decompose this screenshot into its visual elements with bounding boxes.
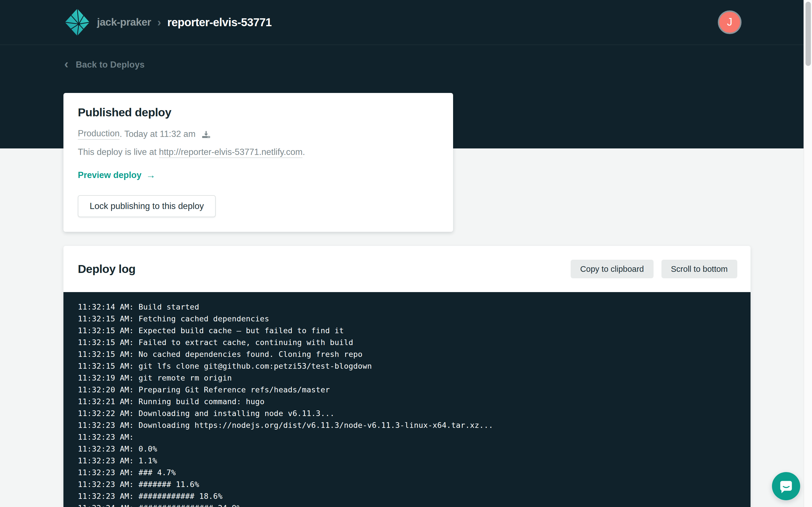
user-avatar[interactable]: J xyxy=(718,10,742,34)
log-line: 11:32:22 AM: Downloading and installing … xyxy=(78,407,739,419)
deploy-log-header: Deploy log Copy to clipboard Scroll to b… xyxy=(63,246,751,292)
preview-deploy-link[interactable]: Preview deploy → xyxy=(78,170,156,180)
log-line: 11:32:15 AM: git lfs clone git@github.co… xyxy=(78,360,739,372)
context-link[interactable]: Production xyxy=(78,128,119,140)
scroll-to-bottom-button[interactable]: Scroll to bottom xyxy=(661,260,737,278)
deploy-log-title: Deploy log xyxy=(78,263,563,276)
back-chevron-icon: ‹ xyxy=(64,58,68,70)
live-prefix: This deploy is live at xyxy=(78,147,159,157)
top-navigation: jack-praker › reporter-elvis-53771 J xyxy=(0,0,812,45)
deploy-meta-row: Production. Today at 11:32 am xyxy=(78,128,211,140)
breadcrumb-separator-icon: › xyxy=(157,16,161,29)
intercom-chat-icon xyxy=(779,479,794,494)
meta-text: . Today at 11:32 am xyxy=(119,129,195,139)
log-line: 11:32:19 AM: git remote rm origin xyxy=(78,372,739,384)
published-deploy-title: Published deploy xyxy=(78,106,171,119)
live-suffix: . xyxy=(303,147,305,157)
arrow-right-icon: → xyxy=(146,170,156,180)
back-to-deploys-link[interactable]: ‹ Back to Deploys xyxy=(64,59,812,71)
log-line: 11:32:23 AM: ####### 11.6% xyxy=(78,478,739,490)
deploy-log-card: Deploy log Copy to clipboard Scroll to b… xyxy=(63,246,751,507)
log-line: 11:32:24 AM: ################ 24.9% xyxy=(78,502,739,507)
page-scrollbar-thumb[interactable] xyxy=(806,2,811,66)
live-url-link[interactable]: http://reporter-elvis-53771.netlify.com xyxy=(159,147,303,158)
netlify-logo-icon[interactable] xyxy=(64,8,90,36)
preview-deploy-label: Preview deploy xyxy=(78,170,142,180)
log-line: 11:32:23 AM: ############ 18.6% xyxy=(78,490,739,502)
page-scrollbar-track[interactable] xyxy=(804,0,812,507)
breadcrumb-site: reporter-elvis-53771 xyxy=(167,16,271,29)
deploy-log-output[interactable]: 11:32:14 AM: Build started11:32:15 AM: F… xyxy=(63,292,751,507)
lock-publishing-button[interactable]: Lock publishing to this deploy xyxy=(78,195,216,217)
log-line: 11:32:23 AM: ### 4.7% xyxy=(78,467,739,478)
download-icon[interactable] xyxy=(201,130,211,139)
avatar-letter: J xyxy=(727,16,732,28)
copy-to-clipboard-button[interactable]: Copy to clipboard xyxy=(571,260,654,278)
breadcrumb-account[interactable]: jack-praker xyxy=(97,16,151,28)
log-line: 11:32:15 AM: Failed to extract cache, co… xyxy=(78,337,739,348)
log-line: 11:32:23 AM: 1.1% xyxy=(78,455,739,467)
back-link-label: Back to Deploys xyxy=(76,60,145,70)
log-line: 11:32:15 AM: No cached dependencies foun… xyxy=(78,348,739,360)
log-line: 11:32:23 AM: 0.0% xyxy=(78,443,739,455)
published-deploy-card: Published deploy Production. Today at 11… xyxy=(63,93,453,232)
live-url-row: This deploy is live at http://reporter-e… xyxy=(78,147,305,157)
log-line: 11:32:23 AM: xyxy=(78,431,739,443)
log-line: 11:32:20 AM: Preparing Git Reference ref… xyxy=(78,384,739,396)
log-line: 11:32:14 AM: Build started xyxy=(78,301,739,313)
log-line: 11:32:15 AM: Fetching cached dependencie… xyxy=(78,313,739,325)
log-line: 11:32:15 AM: Expected build cache – but … xyxy=(78,325,739,337)
intercom-chat-button[interactable] xyxy=(772,472,800,500)
log-line: 11:32:23 AM: Downloading https://nodejs.… xyxy=(78,419,739,431)
log-line: 11:32:21 AM: Running build command: hugo xyxy=(78,396,739,407)
